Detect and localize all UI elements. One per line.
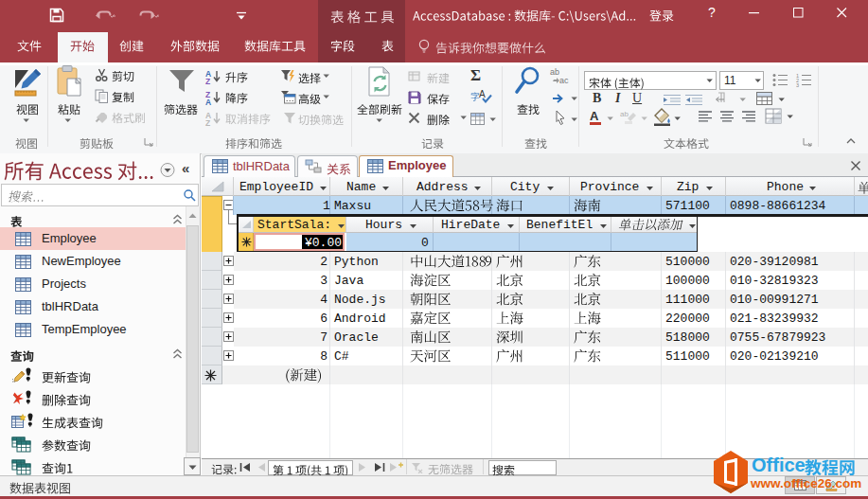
svg-text:3: 3 (796, 82, 799, 87)
svg-text:ab: ab (550, 67, 559, 77)
svg-text:Z: Z (205, 118, 210, 127)
svg-text:Z: Z (205, 77, 210, 85)
svg-text:A: A (479, 89, 486, 99)
svg-text:A: A (590, 109, 599, 123)
svg-text:ab: ab (620, 110, 629, 118)
svg-text:ac: ac (559, 76, 569, 84)
svg-text:A: A (205, 98, 211, 106)
